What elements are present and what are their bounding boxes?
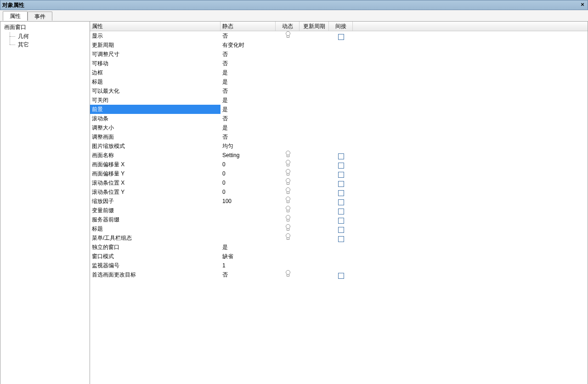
checkbox-icon[interactable]	[338, 273, 344, 279]
checkbox-icon[interactable]	[338, 209, 344, 215]
cell-update-cycle[interactable]	[300, 151, 329, 160]
cell-dynamic[interactable]	[276, 31, 300, 40]
cell-static-value[interactable]: 否	[220, 132, 276, 141]
cell-update-cycle[interactable]	[300, 215, 329, 224]
cell-indirect[interactable]	[329, 105, 353, 114]
cell-update-cycle[interactable]	[300, 132, 329, 141]
cell-dynamic[interactable]	[276, 169, 300, 178]
cell-dynamic[interactable]	[276, 261, 300, 270]
cell-dynamic[interactable]	[276, 77, 300, 86]
checkbox-icon[interactable]	[338, 172, 344, 178]
property-row[interactable]: 监视器编号1	[90, 261, 588, 270]
cell-static-value[interactable]: 是	[220, 105, 276, 114]
property-row[interactable]: 菜单/工具栏组态	[90, 233, 588, 243]
cell-update-cycle[interactable]	[300, 169, 329, 178]
cell-static-value[interactable]: 0	[220, 169, 276, 178]
cell-update-cycle[interactable]	[300, 68, 329, 77]
property-row[interactable]: 调整大小是	[90, 123, 588, 132]
cell-static-value[interactable]: 否	[220, 50, 276, 59]
property-row[interactable]: 窗口模式缺省	[90, 252, 588, 261]
property-row[interactable]: 边框是	[90, 68, 588, 77]
property-row[interactable]: 独立的窗口是	[90, 243, 588, 252]
cell-static-value[interactable]: 0	[220, 160, 276, 169]
cell-dynamic[interactable]	[276, 151, 300, 160]
cell-update-cycle[interactable]	[300, 123, 329, 132]
cell-dynamic[interactable]	[276, 86, 300, 96]
property-row[interactable]: 服务器前缀	[90, 215, 588, 224]
property-row[interactable]: 画面名称Setting	[90, 151, 588, 160]
cell-dynamic[interactable]	[276, 40, 300, 50]
cell-dynamic[interactable]	[276, 224, 300, 233]
cell-static-value[interactable]: 有变化时	[220, 40, 276, 50]
cell-update-cycle[interactable]	[300, 31, 329, 40]
cell-update-cycle[interactable]	[300, 105, 329, 114]
checkbox-icon[interactable]	[338, 190, 344, 196]
cell-dynamic[interactable]	[276, 178, 300, 187]
cell-dynamic[interactable]	[276, 206, 300, 215]
cell-indirect[interactable]	[329, 178, 353, 187]
cell-static-value[interactable]: 是	[220, 77, 276, 86]
cell-update-cycle[interactable]	[300, 187, 329, 197]
cell-dynamic[interactable]	[276, 243, 300, 252]
cell-dynamic[interactable]	[276, 96, 300, 105]
cell-update-cycle[interactable]	[300, 252, 329, 261]
cell-dynamic[interactable]	[276, 270, 300, 279]
cell-static-value[interactable]: 1	[220, 261, 276, 270]
cell-static-value[interactable]: 缺省	[220, 252, 276, 261]
cell-indirect[interactable]	[329, 252, 353, 261]
property-row[interactable]: 标题是	[90, 77, 588, 86]
checkbox-icon[interactable]	[338, 199, 344, 205]
cell-indirect[interactable]	[329, 215, 353, 224]
cell-indirect[interactable]	[329, 77, 353, 86]
cell-update-cycle[interactable]	[300, 141, 329, 151]
property-row[interactable]: 画面偏移量 Y0	[90, 169, 588, 178]
tree-item-geometry[interactable]: 几何	[4, 32, 88, 40]
cell-dynamic[interactable]	[276, 215, 300, 224]
cell-dynamic[interactable]	[276, 132, 300, 141]
cell-static-value[interactable]: Setting	[220, 151, 276, 160]
cell-dynamic[interactable]	[276, 187, 300, 197]
cell-update-cycle[interactable]	[300, 224, 329, 233]
property-row[interactable]: 滚动条位置 X0	[90, 178, 588, 187]
cell-indirect[interactable]	[329, 123, 353, 132]
cell-static-value[interactable]	[220, 233, 276, 243]
cell-static-value[interactable]: 否	[220, 114, 276, 123]
property-row[interactable]: 可移动否	[90, 59, 588, 68]
cell-static-value[interactable]	[220, 215, 276, 224]
tree-item-other[interactable]: 其它	[4, 40, 88, 49]
cell-indirect[interactable]	[329, 40, 353, 50]
property-row[interactable]: 标题	[90, 224, 588, 233]
cell-dynamic[interactable]	[276, 68, 300, 77]
cell-static-value[interactable]: 100	[220, 197, 276, 206]
header-dynamic[interactable]: 动态	[276, 22, 300, 31]
property-row[interactable]: 滚动条否	[90, 114, 588, 123]
cell-static-value[interactable]: 否	[220, 86, 276, 96]
property-row[interactable]: 可调整尺寸否	[90, 50, 588, 59]
cell-update-cycle[interactable]	[300, 114, 329, 123]
property-row[interactable]: 更新周期有变化时	[90, 40, 588, 50]
cell-indirect[interactable]	[329, 59, 353, 68]
tree-root[interactable]: 画面窗口 几何 其它	[2, 23, 88, 49]
checkbox-icon[interactable]	[338, 236, 344, 242]
cell-update-cycle[interactable]	[300, 96, 329, 105]
checkbox-icon[interactable]	[338, 181, 344, 187]
cell-static-value[interactable]	[220, 224, 276, 233]
property-row[interactable]: 可以最大化否	[90, 86, 588, 96]
property-row[interactable]: 前景是	[90, 105, 588, 114]
property-row[interactable]: 滚动条位置 Y0	[90, 187, 588, 197]
property-row[interactable]: 首选画面更改目标否	[90, 270, 588, 279]
checkbox-icon[interactable]	[338, 227, 344, 233]
cell-update-cycle[interactable]	[300, 233, 329, 243]
cell-indirect[interactable]	[329, 86, 353, 96]
property-row[interactable]: 图片缩放模式均匀	[90, 141, 588, 151]
checkbox-icon[interactable]	[338, 218, 344, 224]
cell-dynamic[interactable]	[276, 50, 300, 59]
cell-static-value[interactable]: 否	[220, 59, 276, 68]
cell-static-value[interactable]: 否	[220, 31, 276, 40]
cell-dynamic[interactable]	[276, 233, 300, 243]
cell-update-cycle[interactable]	[300, 197, 329, 206]
cell-indirect[interactable]	[329, 31, 353, 40]
cell-indirect[interactable]	[329, 243, 353, 252]
checkbox-icon[interactable]	[338, 34, 344, 40]
cell-dynamic[interactable]	[276, 141, 300, 151]
